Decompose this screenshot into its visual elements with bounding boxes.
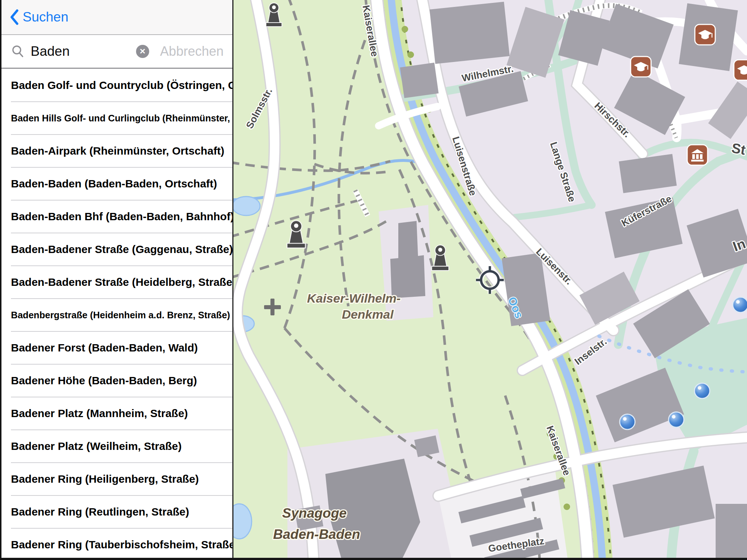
museum-icon bbox=[687, 145, 708, 165]
poi-label-synagoge-line1: Synagoge bbox=[282, 506, 347, 521]
search-result-item[interactable]: Baden-Baden Bhf (Baden-Baden, Bahnhof) bbox=[11, 201, 232, 233]
education-icon bbox=[631, 57, 651, 77]
result-label: Baden-Badener Straße (Heidelberg, Straße… bbox=[11, 276, 232, 288]
poi-label-kaiser-wilhelm-line1: Kaiser-Wilhelm- bbox=[307, 291, 401, 305]
map-view[interactable]: Solmsstr. Kaiserallee Luisenstraße Wilhe… bbox=[233, 0, 747, 560]
result-label: Baden-Baden Bhf (Baden-Baden, Bahnhof) bbox=[11, 210, 232, 223]
result-label: Badener Platz (Weilheim, Straße) bbox=[11, 440, 182, 452]
result-label: Badener Ring (Reutlingen, Straße) bbox=[11, 506, 189, 518]
screen-edge-bottom bbox=[0, 558, 747, 560]
result-label: Baden-Baden (Baden-Baden, Ortschaft) bbox=[11, 178, 217, 190]
screen-edge-left bbox=[0, 0, 1, 560]
search-result-item[interactable]: Badener Ring (Tauberbischofsheim, Straße… bbox=[11, 529, 232, 560]
result-label: Badener Platz (Mannheim, Straße) bbox=[11, 407, 188, 420]
result-label: Badener Höhe (Baden-Baden, Berg) bbox=[11, 374, 197, 387]
close-icon: ✕ bbox=[139, 47, 146, 56]
navigation-bar: Suchen bbox=[0, 0, 232, 35]
search-input[interactable] bbox=[30, 43, 131, 59]
street-label-st-partial: St bbox=[731, 140, 747, 158]
result-label: Badener Ring (Heiligenberg, Straße) bbox=[11, 473, 199, 485]
poi-label-kaiser-wilhelm-line2: Denkmal bbox=[342, 307, 394, 321]
search-result-item[interactable]: Badener Ring (Reutlingen, Straße) bbox=[11, 496, 232, 529]
result-label: Baden Hills Golf- und Curlingclub (Rhein… bbox=[11, 113, 232, 124]
search-result-item[interactable]: Baden-Airpark (Rheinmünster, Ortschaft) bbox=[11, 135, 232, 168]
search-result-item[interactable]: Badenbergstraße (Heidenheim a.d. Brenz, … bbox=[11, 299, 232, 332]
education-icon bbox=[695, 24, 715, 45]
cancel-button[interactable]: Abbrechen bbox=[160, 44, 227, 59]
clear-search-button[interactable]: ✕ bbox=[136, 45, 149, 58]
fountain-icon bbox=[620, 414, 635, 429]
search-result-item[interactable]: Badener Platz (Mannheim, Straße) bbox=[11, 397, 232, 430]
result-label: Badener Ring (Tauberbischofsheim, Straße… bbox=[11, 538, 232, 551]
search-result-item[interactable]: Badener Forst (Baden-Baden, Wald) bbox=[11, 332, 232, 365]
result-label: Baden Golf- und Countryclub (Östringen, … bbox=[11, 79, 232, 92]
search-result-item[interactable]: Baden Hills Golf- und Curlingclub (Rhein… bbox=[11, 102, 232, 135]
search-field: ✕ bbox=[11, 43, 149, 59]
back-chevron-icon bbox=[9, 8, 20, 26]
fountain-icon bbox=[694, 383, 710, 398]
result-label: Badener Forst (Baden-Baden, Wald) bbox=[11, 342, 198, 354]
back-label: Suchen bbox=[23, 9, 69, 25]
search-panel: Suchen ✕ Abbrechen Baden Golf- und Count… bbox=[0, 0, 233, 560]
search-icon bbox=[11, 44, 25, 58]
education-icon bbox=[734, 60, 747, 80]
back-button[interactable]: Suchen bbox=[9, 8, 69, 26]
result-label: Badenbergstraße (Heidenheim a.d. Brenz, … bbox=[11, 310, 230, 320]
search-result-item[interactable]: Badener Platz (Weilheim, Straße) bbox=[11, 430, 232, 463]
result-label: Baden-Airpark (Rheinmünster, Ortschaft) bbox=[11, 145, 224, 157]
search-result-item[interactable]: Baden-Badener Straße (Gaggenau, Straße) bbox=[11, 233, 232, 266]
poi-label-synagoge-line2: Baden-Baden bbox=[273, 527, 360, 542]
fountain-icon bbox=[733, 297, 747, 312]
search-result-item[interactable]: Baden-Badener Straße (Heidelberg, Straße… bbox=[11, 266, 232, 299]
fountain-icon bbox=[669, 412, 684, 427]
search-result-item[interactable]: Baden-Baden (Baden-Baden, Ortschaft) bbox=[11, 168, 232, 201]
pond bbox=[233, 197, 260, 215]
search-results-list: Baden Golf- und Countryclub (Östringen, … bbox=[0, 69, 232, 560]
search-result-item[interactable]: Baden Golf- und Countryclub (Östringen, … bbox=[11, 69, 232, 102]
search-bar: ✕ Abbrechen bbox=[0, 35, 232, 69]
search-result-item[interactable]: Badener Ring (Heiligenberg, Straße) bbox=[11, 463, 232, 496]
result-label: Baden-Badener Straße (Gaggenau, Straße) bbox=[11, 243, 232, 256]
search-result-item[interactable]: Badener Höhe (Baden-Baden, Berg) bbox=[11, 365, 232, 397]
